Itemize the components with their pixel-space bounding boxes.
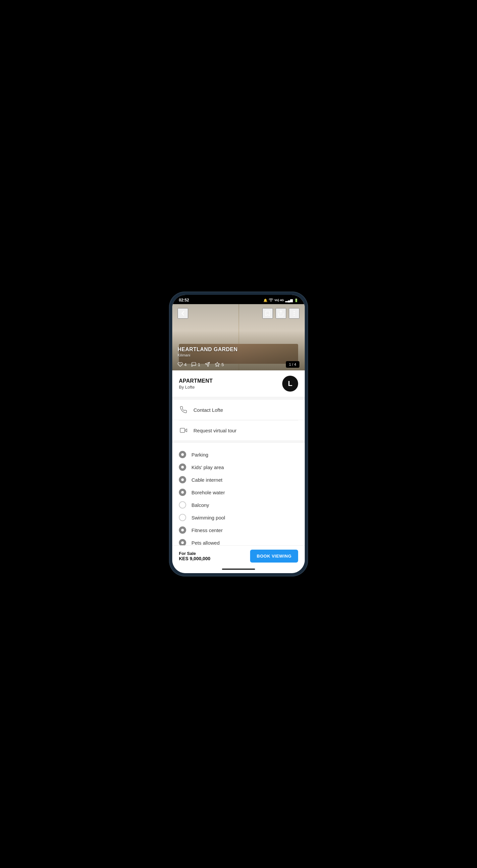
amenity-label-parking: Parking <box>191 452 209 458</box>
hero-action-buttons <box>262 308 299 319</box>
phone-icon <box>179 405 188 414</box>
image-counter: 1 / 4 <box>286 361 299 368</box>
svg-point-3 <box>294 313 294 314</box>
bookmark-button[interactable] <box>262 308 273 319</box>
amenity-fitness: Fitness center <box>179 524 298 536</box>
amenity-radio-pets <box>179 539 186 545</box>
price-label: For Sale <box>179 551 210 556</box>
hero-top-bar <box>172 304 305 323</box>
property-type: APARTMENT <box>179 378 213 384</box>
virtual-tour-label: Request virtual tour <box>193 428 236 433</box>
price-section: For Sale KES 9,000,000 <box>179 551 210 561</box>
amenity-radio-fitness <box>179 526 186 534</box>
price-value: KES 9,000,000 <box>179 556 210 561</box>
hero-title-area: HEARTLAND GARDEN Kilimani <box>178 346 237 357</box>
property-by: By Lofte <box>179 385 213 390</box>
book-viewing-button[interactable]: BOOK VIEWING <box>250 550 298 562</box>
amenity-label-balcony: Balcony <box>191 502 209 508</box>
svg-marker-8 <box>185 429 187 432</box>
svg-point-4 <box>294 315 294 316</box>
amenity-pets: Pets allowed <box>179 536 298 545</box>
stars-count: 5 <box>215 362 224 367</box>
comments-count: 1 <box>191 362 200 367</box>
share-button[interactable] <box>276 308 286 319</box>
amenity-radio-parking <box>179 451 186 458</box>
amenity-label-cable: Cable internet <box>191 477 222 483</box>
property-header: APARTMENT By Lofte L <box>172 370 305 397</box>
action-section: Contact Lofte Request virtual tour <box>172 400 305 440</box>
status-icons: 🔔 Vo) 4G ▂▄▆ 🔋 <box>263 298 298 303</box>
svg-point-2 <box>294 311 294 312</box>
main-content: APARTMENT By Lofte L Contact Lofte <box>172 370 305 545</box>
amenity-balcony: Balcony <box>179 499 298 511</box>
amenity-radio-cable <box>179 476 186 483</box>
back-button[interactable] <box>178 308 188 319</box>
amenity-label-borehole: Borehole water <box>191 490 225 495</box>
amenities-section: Parking Kids' play area Cable internet B… <box>172 443 305 545</box>
network-label: Vo) 4G <box>275 299 284 302</box>
alarm-icon: 🔔 <box>263 299 267 302</box>
hero-image: HEARTLAND GARDEN Kilimani 4 1 <box>172 304 305 370</box>
agent-avatar[interactable]: L <box>282 376 298 392</box>
wifi-icon <box>268 298 273 303</box>
contact-label: Contact Lofte <box>193 407 223 413</box>
time: 02:52 <box>179 298 189 303</box>
contact-row[interactable]: Contact Lofte <box>172 400 305 420</box>
amenity-borehole: Borehole water <box>179 486 298 499</box>
property-title: HEARTLAND GARDEN <box>178 346 237 352</box>
amenity-radio-kids <box>179 464 186 471</box>
hero-interactions: 4 1 <box>178 362 224 367</box>
signal-icon: ▂▄▆ <box>285 299 293 302</box>
phone-shell: 02:52 🔔 Vo) 4G ▂▄▆ 🔋 <box>169 291 308 577</box>
amenity-parking: Parking <box>179 448 298 461</box>
battery-icon: 🔋 <box>294 299 298 302</box>
shares-icon <box>205 362 210 367</box>
amenity-radio-borehole <box>179 489 186 496</box>
video-icon <box>179 426 188 435</box>
hero-bottom-bar: 4 1 <box>172 361 305 368</box>
amenity-cable-internet: Cable internet <box>179 473 298 486</box>
amenity-radio-pool <box>179 514 186 521</box>
amenity-swimming-pool: Swimming pool <box>179 511 298 524</box>
amenity-label-pool: Swimming pool <box>191 515 225 521</box>
home-indicator <box>172 566 305 573</box>
likes-count: 4 <box>178 362 187 367</box>
virtual-tour-row[interactable]: Request virtual tour <box>172 421 305 440</box>
svg-marker-7 <box>215 362 220 366</box>
property-location: Kilimani <box>178 353 237 357</box>
status-bar: 02:52 🔔 Vo) 4G ▂▄▆ 🔋 <box>172 295 305 304</box>
property-info: APARTMENT By Lofte <box>179 378 213 390</box>
amenity-label-pets: Pets allowed <box>191 540 220 546</box>
bottom-bar: For Sale KES 9,000,000 BOOK VIEWING <box>172 545 305 566</box>
more-button[interactable] <box>289 308 299 319</box>
amenity-kids-play: Kids' play area <box>179 461 298 473</box>
svg-point-0 <box>271 301 271 302</box>
phone-inner: 02:52 🔔 Vo) 4G ▂▄▆ 🔋 <box>172 295 305 573</box>
amenity-label-fitness: Fitness center <box>191 527 223 533</box>
svg-rect-9 <box>180 428 185 433</box>
amenity-radio-balcony <box>179 501 186 508</box>
home-bar <box>222 568 255 570</box>
amenity-label-kids: Kids' play area <box>191 464 224 470</box>
